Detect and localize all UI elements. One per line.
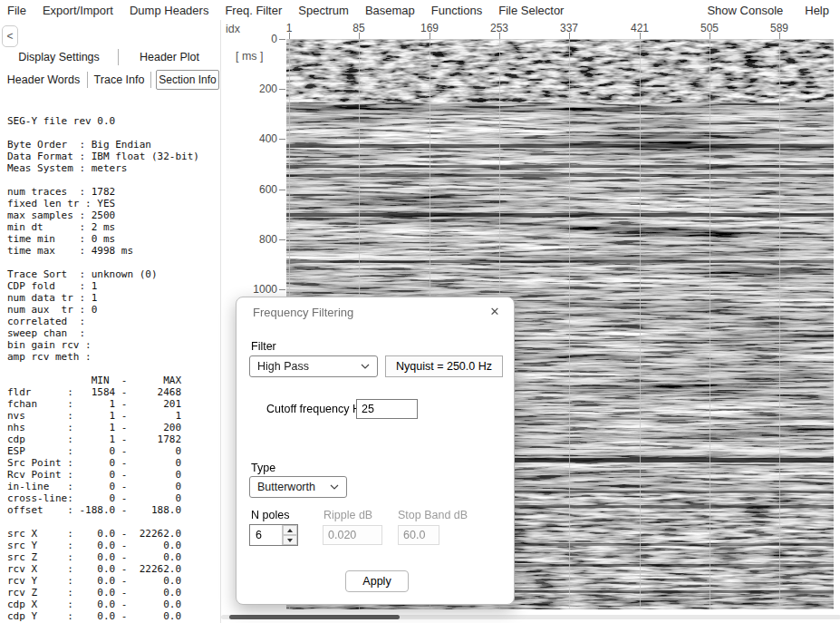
y-tick-mark xyxy=(279,289,285,290)
y-tick-mark xyxy=(279,239,285,240)
x-tick-mark xyxy=(569,33,570,39)
menu-export-import[interactable]: Export/Import xyxy=(34,4,121,17)
close-button[interactable]: ✕ xyxy=(487,304,503,320)
tab-display-settings[interactable]: Display Settings xyxy=(0,47,118,67)
x-axis-title: idx xyxy=(226,23,240,35)
y-tick-mark xyxy=(279,190,285,190)
filter-dropdown[interactable]: High Pass xyxy=(249,355,378,377)
tab-section-info-active[interactable]: Section Info xyxy=(156,70,219,90)
chevron-down-icon xyxy=(361,364,370,369)
apply-button[interactable]: Apply xyxy=(345,570,409,592)
type-dropdown-value: Butterworth xyxy=(257,481,315,493)
n-poles-input[interactable] xyxy=(250,525,282,545)
menu-basemap[interactable]: Basemap xyxy=(357,4,423,17)
tab-divider xyxy=(150,72,151,88)
y-tick-label: 0 xyxy=(239,33,277,45)
arrow-down-icon xyxy=(287,539,293,542)
menu-show-console[interactable]: Show Console xyxy=(696,4,794,17)
x-tick-mark xyxy=(359,33,360,39)
stop-band-db-label: Stop Band dB xyxy=(398,509,468,521)
y-tick-label: 200 xyxy=(239,83,277,95)
x-tick-mark xyxy=(710,33,710,39)
chevron-left-icon: < xyxy=(6,30,13,43)
ripple-db-label: Ripple dB xyxy=(323,509,372,521)
filter-dropdown-value: High Pass xyxy=(257,360,309,373)
menu-functions[interactable]: Functions xyxy=(423,4,490,17)
x-tick-mark xyxy=(779,33,780,39)
cutoff-frequency-label: Cutoff frequency Hz xyxy=(266,403,366,415)
horizontal-scrollbar-thumb[interactable] xyxy=(229,615,400,619)
chevron-down-icon xyxy=(330,484,339,490)
x-tick-mark xyxy=(289,33,290,39)
y-axis-title: [ ms ] xyxy=(236,50,264,63)
filter-label: Filter xyxy=(251,340,276,353)
app-window: File Export/Import Dump Headers Freq. Fi… xyxy=(0,0,840,623)
y-tick-label: 800 xyxy=(239,233,277,246)
sidebar-panel: < Display Settings Header Plot Header Wo… xyxy=(0,20,220,623)
tab-header-words[interactable]: Header Words xyxy=(0,69,87,91)
menubar: File Export/Import Dump Headers Freq. Fi… xyxy=(0,0,840,20)
tab-row-1: Display Settings Header Plot xyxy=(0,47,220,67)
x-tick-mark xyxy=(430,33,430,39)
y-tick-mark xyxy=(279,139,285,140)
menu-dump-headers[interactable]: Dump Headers xyxy=(121,4,217,17)
menu-help[interactable]: Help xyxy=(794,4,840,17)
tab-trace-info[interactable]: Trace Info xyxy=(88,69,150,91)
menu-file[interactable]: File xyxy=(0,4,34,17)
n-poles-spinner[interactable] xyxy=(249,524,298,546)
spinner-up-button[interactable] xyxy=(283,525,297,535)
stop-band-db-input xyxy=(398,525,439,545)
dialog-title: Frequency Filtering xyxy=(253,306,353,319)
x-tick-mark xyxy=(499,33,500,39)
tab-header-plot[interactable]: Header Plot xyxy=(119,47,220,67)
cutoff-frequency-input[interactable] xyxy=(356,399,418,419)
spinner-buttons xyxy=(282,525,297,545)
tab-row-2: Header Words Trace Info Section Info xyxy=(0,69,220,91)
type-label: Type xyxy=(251,462,275,474)
nyquist-readout: Nyquist = 250.0 Hz xyxy=(385,355,503,377)
segy-section-info-text: SEG-Y file rev 0.0 Byte Order : Big Endi… xyxy=(0,115,220,623)
spinner-down-button[interactable] xyxy=(283,535,297,545)
arrow-up-icon xyxy=(287,529,293,532)
horizontal-scrollbar-track[interactable] xyxy=(221,615,840,619)
x-tick-mark xyxy=(640,33,641,39)
collapse-panel-button[interactable]: < xyxy=(2,25,18,47)
menu-spectrum[interactable]: Spectrum xyxy=(290,4,357,17)
type-dropdown[interactable]: Butterworth xyxy=(249,476,347,498)
y-tick-label: 1000 xyxy=(239,283,277,296)
y-tick-mark xyxy=(279,39,285,40)
menu-freq-filter[interactable]: Freq. Filter xyxy=(217,4,290,17)
ripple-db-input xyxy=(323,525,382,545)
y-tick-mark xyxy=(279,89,285,90)
y-tick-label: 600 xyxy=(239,183,277,196)
close-icon: ✕ xyxy=(490,305,500,318)
y-tick-label: 400 xyxy=(239,132,277,145)
frequency-filtering-dialog: Frequency Filtering ✕ Filter High Pass N… xyxy=(236,297,515,605)
n-poles-label: N poles xyxy=(251,509,289,521)
menu-file-selector[interactable]: File Selector xyxy=(490,4,572,17)
